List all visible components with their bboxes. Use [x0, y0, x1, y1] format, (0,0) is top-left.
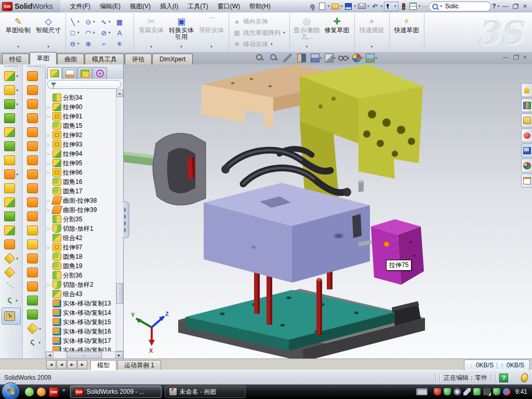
ribbon-button[interactable]: ▣ 转换实体引用 ▾	[167, 15, 196, 51]
task-pane-tab[interactable]	[521, 113, 532, 127]
menu-item[interactable]: 编辑(E)	[95, 2, 125, 11]
toolbar-button[interactable]: ▾	[4, 167, 18, 181]
quicklaunch-solidworks-icon[interactable]: SW	[49, 387, 59, 397]
toolbar-button[interactable]: ▾	[4, 153, 18, 167]
ribbon-button[interactable]: ✎ 草图绘制 ▾	[4, 15, 33, 51]
ribbon-button[interactable]: ✚ 修复草图 ▾	[323, 15, 352, 51]
feature-tree-item[interactable]: ▷ 拉伸94	[46, 149, 116, 158]
feature-tree-item[interactable]: ▷ 圆角19	[46, 261, 116, 271]
feature-tree-item[interactable]: ▷ 实体-移动/复制16	[46, 327, 116, 336]
feature-tree-item[interactable]: ▷ 圆角18	[46, 252, 116, 261]
feature-tree-item[interactable]: ▷ 切除-放样2	[46, 280, 116, 289]
menu-item[interactable]: 工具(T)	[183, 2, 212, 11]
model-magenta-block[interactable]	[371, 219, 424, 285]
hud-button[interactable]: ▾	[352, 54, 364, 62]
scroll-left-arrow[interactable]: ◀	[46, 352, 54, 359]
quicklaunch-media-icon[interactable]	[37, 388, 46, 396]
toolbar-button[interactable]: ▾	[4, 181, 18, 195]
sketch-entity-button[interactable]: □ ▾	[69, 29, 84, 37]
search-box[interactable]: ▾	[429, 2, 491, 11]
feature-tree-item[interactable]: ▷ 实体-移动/复制15	[46, 317, 116, 327]
sketch-entity-button[interactable]: ✳ ▾	[115, 40, 131, 48]
toolbar-button[interactable]: ▾	[28, 336, 41, 350]
service-gear-icon[interactable]	[454, 388, 461, 395]
ribbon-row-button[interactable]: ▲ 镜向实体 ▾	[233, 16, 273, 26]
menu-item[interactable]: 窗口(W)	[213, 2, 245, 11]
feature-tree-item[interactable]: ▷ 实体-移动/复制13	[46, 299, 116, 308]
quicklaunch-overflow-icon[interactable]: »	[62, 387, 65, 393]
toolbar-button[interactable]: ▾	[4, 209, 18, 223]
hud-button[interactable]: ▾	[283, 54, 295, 62]
ribbon-button[interactable]: ◇ 智能尺寸 ▾	[34, 15, 63, 51]
expand-arrow-icon[interactable]: ▷	[46, 152, 51, 156]
feature-tree-item[interactable]: ▷ 分割34	[46, 93, 116, 102]
tree-filter-box[interactable]	[47, 80, 121, 89]
close-button[interactable]: ×	[521, 3, 529, 10]
help-button[interactable]: ?	[492, 3, 496, 10]
feature-tree-item[interactable]: ▷ 分割35	[46, 215, 116, 224]
ribbon-button[interactable]: ⌒ 等距实体 ▾	[197, 15, 226, 51]
ribbon-button[interactable]: ◎ 显示/删除几... ▾	[292, 15, 322, 51]
task-pane-tab[interactable]	[521, 174, 532, 188]
scroll-up-arrow[interactable]: ▲	[116, 89, 123, 97]
expand-arrow-icon[interactable]: ▷	[46, 227, 51, 231]
expand-arrow-icon[interactable]: ▷	[46, 208, 51, 212]
toolbar-button[interactable]: ▾	[27, 69, 41, 83]
restore-button[interactable]	[511, 3, 520, 10]
hud-button[interactable]: ▾	[325, 54, 336, 62]
assembly-model[interactable]	[124, 64, 532, 358]
doc-minimize-button[interactable]: —	[502, 54, 509, 61]
sketch-entity-button[interactable]: ⊕ ▾	[84, 40, 100, 48]
commandmanager-tab[interactable]: 曲面	[57, 54, 84, 64]
task-pane-tab[interactable]	[521, 158, 532, 172]
minimize-button[interactable]: —	[501, 3, 510, 10]
feature-tree-item[interactable]: ▷ 拉伸90	[46, 102, 116, 112]
sketch-entity-button[interactable]: ╲ ▾	[69, 18, 84, 26]
panel-tab[interactable]	[77, 67, 92, 79]
sketch-entity-button[interactable]: ⊙ ▾	[84, 18, 100, 26]
checklist-icon[interactable]	[409, 3, 417, 10]
expand-arrow-icon[interactable]: ▷	[46, 105, 51, 110]
toolbar-button[interactable]: ▾	[27, 209, 41, 223]
expand-arrow-icon[interactable]: ▷	[46, 114, 51, 119]
scroll-thumb[interactable]: ≡	[66, 352, 102, 359]
feature-tree-item[interactable]: ▷ 拉伸96	[46, 168, 116, 177]
toolbar-button[interactable]: ▾	[27, 265, 41, 280]
expand-arrow-icon[interactable]: ▷	[46, 133, 51, 138]
search-input[interactable]	[444, 2, 475, 10]
commandmanager-tab[interactable]: 特征	[2, 54, 29, 64]
feature-tree-item[interactable]: ▷ 拉伸91	[46, 112, 116, 121]
toolbar-button[interactable]: ▾	[4, 139, 18, 153]
toolbar-button[interactable]: ▾	[27, 167, 41, 181]
ribbon-row-button[interactable]: ▦ 线性草图阵列 ▾	[233, 28, 285, 38]
sketch-entity-button[interactable]: ⊖ ▾	[69, 40, 84, 48]
ribbon-button[interactable]: ⌖ 快速捕捉 ▾	[357, 15, 387, 51]
panel-tab[interactable]	[92, 67, 107, 79]
phone-icon[interactable]	[473, 388, 481, 395]
quicklaunch-messenger-icon[interactable]	[25, 388, 34, 396]
toolbar-button[interactable]: ▾	[4, 265, 18, 280]
toolbar-button[interactable]: ▾	[27, 139, 41, 153]
sketch-entity-button[interactable]: ⌐ ▾	[100, 40, 115, 48]
toolbar-button[interactable]: ▾	[27, 83, 41, 97]
commandmanager-tab[interactable]: 草图	[30, 52, 57, 64]
feature-tree-item[interactable]: ▷ 实体-移动/复制18	[46, 345, 116, 351]
undo-icon[interactable]: ↶	[371, 3, 379, 10]
feature-tree-item[interactable]: ▷ 圆角15	[46, 121, 116, 130]
hud-button[interactable]: ▾	[366, 54, 377, 62]
sketch-entity-button[interactable]: ∿ ▾	[100, 18, 115, 26]
toolbar-button[interactable]: ▾	[5, 280, 18, 294]
toolbar-button[interactable]: ▾	[27, 181, 41, 195]
feature-tree-item[interactable]: ▷ 拉伸92	[46, 130, 116, 140]
feature-tree-item[interactable]: ▷ 曲面-拉伸39	[46, 205, 116, 215]
toolbar-button[interactable]: ▾	[27, 322, 41, 336]
menu-item[interactable]: 插入(I)	[155, 2, 183, 11]
menu-item[interactable]: 帮助(H)	[245, 2, 275, 11]
expand-arrow-icon[interactable]: ▷	[46, 198, 51, 203]
open-icon[interactable]	[331, 3, 339, 10]
feature-tree-item[interactable]: ▷ 拉伸93	[46, 140, 116, 149]
task-pane-tab[interactable]	[521, 128, 532, 142]
select-tool-button[interactable]: ▾	[384, 2, 398, 11]
feature-tree-item[interactable]: ▷ 拉伸97	[46, 243, 116, 252]
security-shield-icon[interactable]	[444, 388, 451, 395]
